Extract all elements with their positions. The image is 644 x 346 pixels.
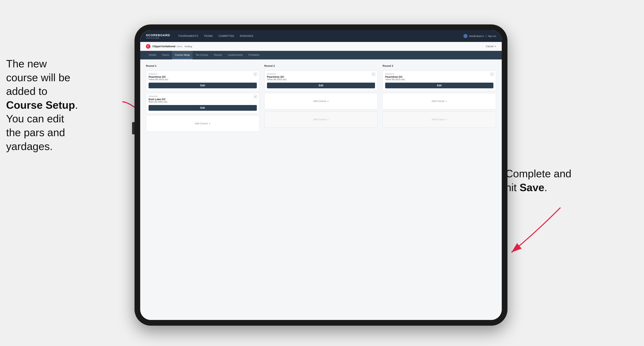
round2-add-course-button[interactable]: Add Course + bbox=[264, 93, 378, 109]
round3-course-a-edit-button[interactable]: Edit bbox=[385, 83, 494, 88]
tab-course-setup[interactable]: Course Setup bbox=[172, 51, 192, 59]
annotation-arrow-right bbox=[499, 203, 568, 261]
user-email: blair@clippd.io bbox=[469, 35, 484, 37]
app-logo: SCOREBOARD bbox=[146, 33, 170, 37]
round2-course-a-label: (Course A) bbox=[267, 73, 375, 75]
logo-subtitle: Powered by clippd bbox=[146, 37, 170, 39]
round1-course-b-name: East Lake GC bbox=[148, 98, 257, 101]
round1-course-b-delete[interactable]: ✕ bbox=[254, 95, 257, 99]
round3-add-course-plus-icon: + bbox=[446, 100, 447, 103]
nav-links: TOURNAMENTS TEAMS COMMITTEE RANKINGS bbox=[178, 35, 464, 37]
tournament-name: Clippd Invitational bbox=[152, 45, 176, 48]
round1-course-a-label: (Course A) bbox=[148, 73, 257, 75]
round3-course-a-name: Peachtree GC bbox=[385, 75, 494, 78]
top-navigation: SCOREBOARD Powered by clippd TOURNAMENTS… bbox=[140, 30, 502, 42]
round-3-column: Round 3 ✕ (Course A) Peachtree GC Yellow… bbox=[382, 64, 496, 132]
round1-course-a-name: Peachtree GC bbox=[148, 75, 257, 78]
tablet-side-button bbox=[132, 122, 134, 134]
round2-course-a-edit-button[interactable]: Edit bbox=[267, 83, 375, 88]
tab-teams[interactable]: Teams bbox=[159, 51, 172, 59]
cancel-button[interactable]: Cancel × bbox=[486, 45, 496, 48]
round1-course-b-label: (Course B) bbox=[148, 95, 257, 97]
round1-course-a-card: ✕ (Course A) Peachtree GC Yellow (M) (66… bbox=[146, 71, 260, 91]
round2-add-course-disabled: Add Course + bbox=[264, 111, 378, 128]
right-annotation: Complete and hit Save. bbox=[506, 167, 603, 194]
rounds-grid: Round 1 ✕ (Course A) Peachtree GC Yellow… bbox=[146, 64, 496, 132]
round1-add-course-label: Add Course bbox=[195, 122, 208, 125]
round-1-column: Round 1 ✕ (Course A) Peachtree GC Yellow… bbox=[146, 64, 260, 132]
nav-user-area: blair@clippd.io | Sign out bbox=[464, 34, 496, 38]
hosting-badge: Hosting bbox=[184, 45, 192, 48]
tab-printables[interactable]: Printables bbox=[246, 51, 262, 59]
round1-course-b-edit-button[interactable]: Edit bbox=[148, 105, 257, 111]
round2-add-course-label: Add Course bbox=[313, 100, 326, 103]
round3-course-a-delete[interactable]: ✕ bbox=[490, 72, 494, 76]
round2-course-a-name: Peachtree GC bbox=[267, 75, 375, 78]
tablet-screen: SCOREBOARD Powered by clippd TOURNAMENTS… bbox=[140, 30, 502, 320]
round2-add-course-plus-icon: + bbox=[327, 100, 329, 103]
main-content: Round 1 ✕ (Course A) Peachtree GC Yellow… bbox=[140, 59, 502, 320]
round-3-title: Round 3 bbox=[382, 64, 496, 67]
nav-teams[interactable]: TEAMS bbox=[204, 35, 213, 37]
round3-add-course-disabled-plus-icon: + bbox=[446, 118, 447, 121]
round1-course-a-edit-button[interactable]: Edit bbox=[148, 83, 257, 88]
round3-add-course-disabled-label: Add Course bbox=[432, 118, 444, 121]
round2-course-a-detail: Yellow (M) (6629 yds) bbox=[267, 78, 375, 81]
round3-add-course-disabled: Add Course + bbox=[382, 111, 496, 128]
nav-committee[interactable]: COMMITTEE bbox=[218, 35, 234, 37]
logo-area: SCOREBOARD Powered by clippd bbox=[146, 33, 170, 39]
round2-course-a-delete[interactable]: ✕ bbox=[372, 72, 376, 76]
round3-add-course-label: Add Course bbox=[432, 100, 444, 103]
tablet-frame: SCOREBOARD Powered by clippd TOURNAMENTS… bbox=[134, 24, 508, 326]
app-container: SCOREBOARD Powered by clippd TOURNAMENTS… bbox=[140, 30, 502, 320]
user-avatar bbox=[464, 34, 468, 38]
round1-course-a-detail: Yellow (M) (6629 yds) bbox=[148, 78, 257, 81]
round-1-title: Round 1 bbox=[146, 64, 260, 67]
nav-divider: | bbox=[486, 35, 486, 37]
tab-leaderboards[interactable]: Leaderboards bbox=[225, 51, 246, 59]
round-2-column: Round 2 ✕ (Course A) Peachtree GC Yellow… bbox=[264, 64, 378, 132]
sign-out-link[interactable]: Sign out bbox=[488, 35, 496, 37]
round2-add-course-disabled-plus-icon: + bbox=[327, 118, 329, 121]
round3-add-course-button[interactable]: Add Course + bbox=[382, 93, 496, 109]
round1-add-course-plus-icon: + bbox=[209, 122, 210, 125]
tab-details[interactable]: Details bbox=[146, 51, 159, 59]
round2-course-a-card: ✕ (Course A) Peachtree GC Yellow (M) (66… bbox=[264, 71, 378, 91]
tab-tee-groups[interactable]: Tee Groups bbox=[192, 51, 211, 59]
round1-course-b-card: ✕ (Course B) East Lake GC Black (M) (689… bbox=[146, 93, 260, 113]
nav-rankings[interactable]: RANKINGS bbox=[240, 35, 254, 37]
round1-course-a-delete[interactable]: ✕ bbox=[254, 72, 257, 76]
tab-results[interactable]: Results bbox=[211, 51, 225, 59]
round3-course-a-label: (Course A) bbox=[385, 73, 494, 75]
tab-bar: Details Teams Course Setup Tee Groups Re… bbox=[140, 51, 502, 59]
round1-course-b-detail: Black (M) (6891 yds) bbox=[148, 101, 257, 103]
round1-add-course-button[interactable]: Add Course + bbox=[146, 115, 260, 132]
left-annotation: The new course will be added to Course S… bbox=[6, 57, 124, 153]
round3-course-a-card: ✕ (Course A) Peachtree GC Yellow (M) (66… bbox=[382, 71, 496, 91]
tournament-gender: (Men) bbox=[177, 45, 182, 48]
round-2-title: Round 2 bbox=[264, 64, 378, 67]
nav-tournaments[interactable]: TOURNAMENTS bbox=[178, 35, 198, 37]
round2-add-course-disabled-label: Add Course bbox=[313, 118, 326, 121]
round3-course-a-detail: Yellow (M) (6629 yds) bbox=[385, 78, 494, 81]
sub-header: C Clippd Invitational (Men) Hosting Canc… bbox=[140, 42, 502, 51]
brand-logo: C bbox=[146, 44, 150, 49]
